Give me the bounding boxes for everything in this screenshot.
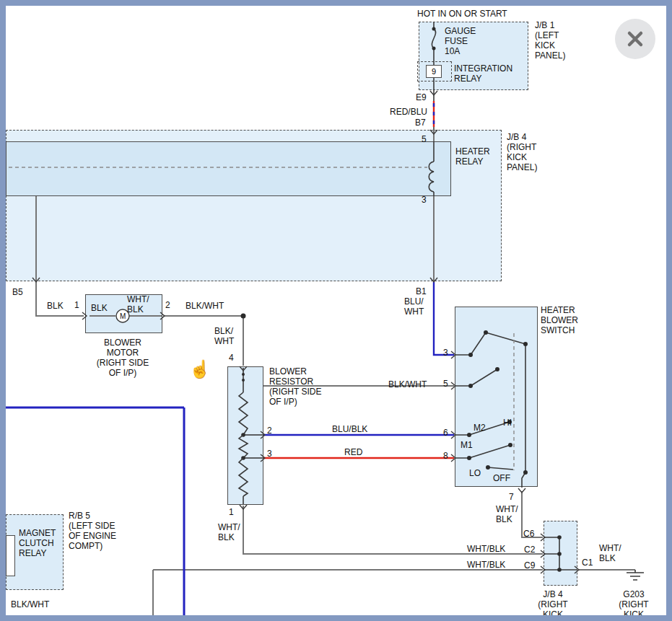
close-icon [626,30,645,48]
switch-pin5-label: 5 [443,379,448,389]
heater-blower-switch-caption: HEATER BLOWER SWITCH [541,305,578,335]
relay-pin3-label: 3 [422,195,427,205]
heater-relay-label: HEATER RELAY [455,146,490,167]
gauge-fuse-label: GAUGE FUSE 10A [445,26,476,56]
switch-pin8-label: 8 [443,451,448,461]
frame-border-bottom [0,615,672,621]
wire-wht-blk-switch7-label: WHT/ BLK [496,504,518,524]
wire-blk-wht-switch-label: BLK/WHT [388,379,427,389]
connector-b7-label: B7 [415,118,426,128]
connector-c2-label: C2 [524,545,535,555]
wire-wht-blk-c2-label: WHT/BLK [467,544,505,554]
connector-c6-label: C6 [523,529,534,539]
motor-pin1-label: 1 [74,300,79,310]
connector-e9-label: E9 [416,92,427,102]
rb5-caption: R/B 5 (LEFT SIDE OF ENGINE COMPT) [69,511,116,551]
wire-blk-label: BLK [47,301,64,311]
jb4-top-label: J/B 4 (RIGHT KICK PANEL) [507,132,537,172]
connector-c1-label: C1 [582,558,593,568]
connector-b1-label: B1 [416,286,427,296]
switch-m1-label: M1 [461,440,473,450]
wiring-diagram-viewer: 9 [0,0,672,621]
hand-cursor-icon: ☝ [189,359,211,379]
magnet-clutch-relay-caption: MAGNET CLUTCH RELAY [19,528,56,558]
wire-wht-blk-resistor1-label: WHT/ BLK [218,522,240,542]
resistor-pin2-label: 2 [267,426,272,436]
switch-hi-label: HI [503,418,512,428]
wire-blu-wht-label: BLU/ WHT [404,296,424,317]
resistor-pin1-label: 1 [229,507,234,517]
relay-pin5-label: 5 [422,134,427,144]
jb1-label: J/B 1 (LEFT KICK PANEL) [535,20,565,61]
wire-wht-blk-ground-label: WHT/ BLK [599,543,621,563]
frame-border-right [666,0,672,621]
close-button[interactable] [615,19,655,59]
resistor-pin4-label: 4 [229,353,234,363]
motor-blk-label: BLK [91,303,108,313]
wire-red-blu-label: RED/BLU [390,107,427,117]
blower-motor-caption: BLOWER MOTOR (RIGHT SIDE OF I/P) [79,338,166,378]
wire-blk-wht-label: BLK/WHT [186,301,224,311]
frame-border-left [0,0,6,621]
switch-lo-label: LO [469,468,481,478]
switch-m2-label: M2 [474,423,486,433]
motor-m-label: M [120,312,126,320]
integration-relay-label: INTEGRATION RELAY [454,63,512,84]
connector-c9-label: C9 [524,560,535,571]
wire-blu-blk-label: BLU/BLK [332,424,367,434]
resistor-pin3-label: 3 [267,449,272,459]
motor-wht-blk-label: WHT/ BLK [127,294,149,314]
wire-blk-wht-vert-label: BLK/ WHT [214,326,234,346]
frame-border-top [0,0,672,6]
switch-pin7-label: 7 [509,492,514,502]
blower-resistor-caption: BLOWER RESISTOR (RIGHT SIDE OF I/P) [269,366,321,407]
motor-pin2-label: 2 [165,300,170,310]
connector-b5-label: B5 [12,287,23,297]
wire-blk-wht-bottom-label: BLK/WHT [11,599,49,609]
hot-feed-label: HOT IN ON OR START [417,9,507,19]
switch-pin6-label: 6 [443,428,448,438]
switch-off-label: OFF [493,473,510,483]
wire-wht-blk-c9-label: WHT/BLK [467,560,505,570]
switch-pin3-label: 3 [443,348,448,358]
wire-red-label: RED [344,447,362,457]
